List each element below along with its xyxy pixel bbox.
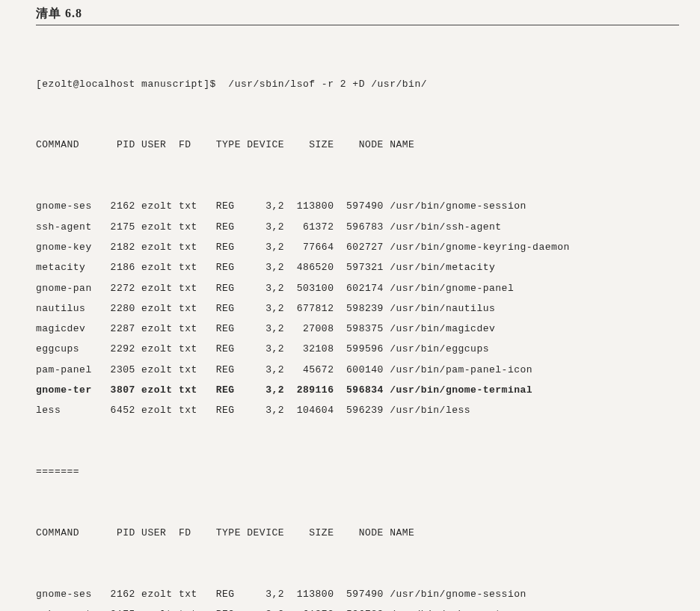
- table-row: ssh-agent 2175 ezolt txt REG 3,2 61372 5…: [36, 217, 682, 237]
- table-row: metacity 2186 ezolt txt REG 3,2 486520 5…: [36, 257, 682, 277]
- table-row: less 6452 ezolt txt REG 3,2 104604 59623…: [36, 400, 682, 420]
- page: 清单 6.8 [ezolt@localhost manuscript]$ /us…: [0, 0, 700, 611]
- table-row: gnome-ter 3807 ezolt txt REG 3,2 289116 …: [36, 380, 682, 400]
- table-header: COMMAND PID USER FD TYPE DEVICE SIZE NOD…: [36, 523, 682, 543]
- table-row: nautilus 2280 ezolt txt REG 3,2 677812 5…: [36, 298, 682, 319]
- table-row: magicdev 2287 ezolt txt REG 3,2 27008 59…: [36, 319, 682, 339]
- block-separator: =======: [36, 461, 682, 482]
- table-row: eggcups 2292 ezolt txt REG 3,2 32108 599…: [36, 339, 682, 359]
- table-row: ssh-agent 2175 ezolt txt REG 3,2 61372 5…: [36, 604, 682, 611]
- shell-prompt: [ezolt@localhost manuscript]$ /usr/sbin/…: [36, 74, 682, 94]
- horizontal-rule: [36, 25, 679, 25]
- listing-title: 清单 6.8: [36, 6, 682, 22]
- terminal-output: [ezolt@localhost manuscript]$ /usr/sbin/…: [36, 33, 682, 611]
- table-header: COMMAND PID USER FD TYPE DEVICE SIZE NOD…: [36, 135, 682, 155]
- table-row: gnome-ses 2162 ezolt txt REG 3,2 113800 …: [36, 584, 682, 604]
- table-row: gnome-key 2182 ezolt txt REG 3,2 77664 6…: [36, 237, 682, 257]
- table-row: gnome-ses 2162 ezolt txt REG 3,2 113800 …: [36, 196, 682, 216]
- table-row: gnome-pan 2272 ezolt txt REG 3,2 503100 …: [36, 278, 682, 298]
- table-row: pam-panel 2305 ezolt txt REG 3,2 45672 6…: [36, 360, 682, 380]
